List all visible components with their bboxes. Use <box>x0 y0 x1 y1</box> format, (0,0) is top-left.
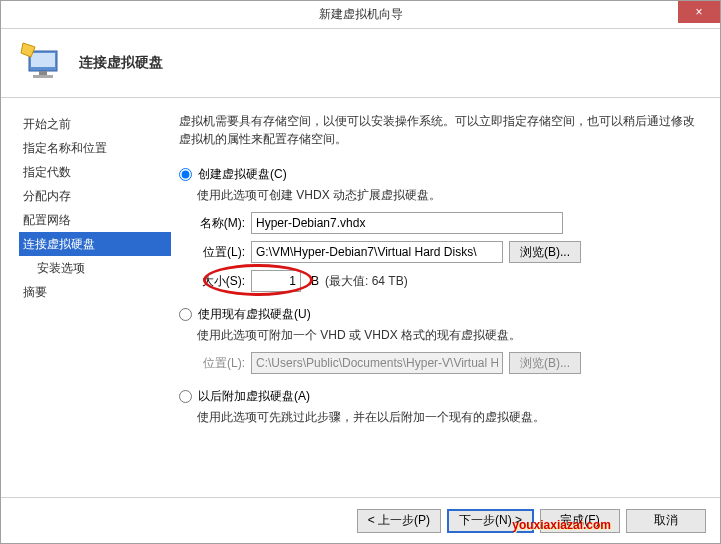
location-label: 位置(L): <box>197 244 251 261</box>
name-input[interactable] <box>251 212 563 234</box>
svg-rect-2 <box>39 71 47 75</box>
sidebar-item-vhd[interactable]: 连接虚拟硬盘 <box>19 232 171 256</box>
page-title: 连接虚拟硬盘 <box>79 54 163 72</box>
existing-browse-button: 浏览(B)... <box>509 352 581 374</box>
option-create: 创建虚拟硬盘(C) 使用此选项可创建 VHDX 动态扩展虚拟硬盘。 名称(M):… <box>179 166 702 292</box>
sidebar-item-memory[interactable]: 分配内存 <box>19 184 171 208</box>
wizard-icon <box>19 39 67 87</box>
sidebar-item-summary[interactable]: 摘要 <box>19 280 171 304</box>
name-label: 名称(M): <box>197 215 251 232</box>
size-max: (最大值: 64 TB) <box>325 273 408 290</box>
content-area: 开始之前 指定名称和位置 指定代数 分配内存 配置网络 连接虚拟硬盘 安装选项 … <box>1 98 720 497</box>
radio-later-label: 以后附加虚拟硬盘(A) <box>198 388 310 405</box>
later-desc: 使用此选项可先跳过此步骤，并在以后附加一个现有的虚拟硬盘。 <box>197 409 702 426</box>
wizard-footer: < 上一步(P) 下一步(N) > 完成(F) 取消 <box>1 497 720 543</box>
existing-desc: 使用此选项可附加一个 VHD 或 VHDX 格式的现有虚拟硬盘。 <box>197 327 702 344</box>
radio-create[interactable] <box>179 168 192 181</box>
wizard-header: 连接虚拟硬盘 <box>1 29 720 98</box>
sidebar-item-generation[interactable]: 指定代数 <box>19 160 171 184</box>
close-icon: × <box>695 5 702 19</box>
main-panel: 虚拟机需要具有存储空间，以便可以安装操作系统。可以立即指定存储空间，也可以稍后通… <box>171 98 720 497</box>
radio-later[interactable] <box>179 390 192 403</box>
svg-rect-3 <box>33 75 53 78</box>
radio-existing-label: 使用现有虚拟硬盘(U) <box>198 306 311 323</box>
titlebar: 新建虚拟机向导 × <box>1 1 720 29</box>
location-input[interactable] <box>251 241 503 263</box>
existing-location-input <box>251 352 503 374</box>
prev-button[interactable]: < 上一步(P) <box>357 509 441 533</box>
finish-button[interactable]: 完成(F) <box>540 509 620 533</box>
create-desc: 使用此选项可创建 VHDX 动态扩展虚拟硬盘。 <box>197 187 702 204</box>
sidebar-item-install[interactable]: 安装选项 <box>19 256 171 280</box>
radio-existing[interactable] <box>179 308 192 321</box>
wizard-sidebar: 开始之前 指定名称和位置 指定代数 分配内存 配置网络 连接虚拟硬盘 安装选项 … <box>1 98 171 497</box>
size-label: 大小(S): <box>197 273 251 290</box>
window-title: 新建虚拟机向导 <box>319 6 403 23</box>
close-button[interactable]: × <box>678 1 720 23</box>
sidebar-item-name-location[interactable]: 指定名称和位置 <box>19 136 171 160</box>
intro-text: 虚拟机需要具有存储空间，以便可以安装操作系统。可以立即指定存储空间，也可以稍后通… <box>179 112 702 148</box>
next-button[interactable]: 下一步(N) > <box>447 509 534 533</box>
svg-rect-1 <box>31 53 55 67</box>
cancel-button[interactable]: 取消 <box>626 509 706 533</box>
size-unit: B <box>311 274 319 288</box>
existing-location-label: 位置(L): <box>197 355 251 372</box>
sidebar-item-network[interactable]: 配置网络 <box>19 208 171 232</box>
sidebar-item-before-start[interactable]: 开始之前 <box>19 112 171 136</box>
option-later: 以后附加虚拟硬盘(A) 使用此选项可先跳过此步骤，并在以后附加一个现有的虚拟硬盘… <box>179 388 702 426</box>
option-existing: 使用现有虚拟硬盘(U) 使用此选项可附加一个 VHD 或 VHDX 格式的现有虚… <box>179 306 702 374</box>
wizard-window: 新建虚拟机向导 × 连接虚拟硬盘 开始之前 指定名称和位置 指定代数 分配内存 … <box>0 0 721 544</box>
radio-create-label: 创建虚拟硬盘(C) <box>198 166 287 183</box>
size-input[interactable] <box>251 270 301 292</box>
browse-button[interactable]: 浏览(B)... <box>509 241 581 263</box>
